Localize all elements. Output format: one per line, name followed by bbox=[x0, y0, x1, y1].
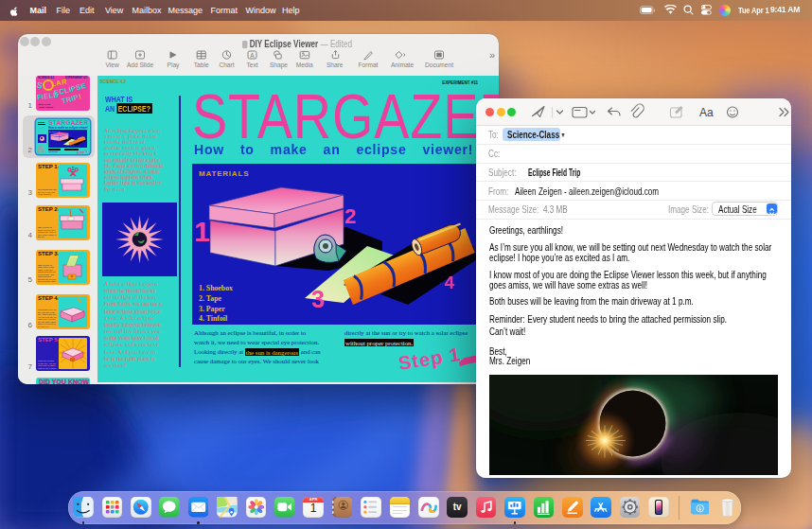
svg-text:Aa: Aa bbox=[699, 106, 714, 119]
svg-text:4: 4 bbox=[445, 273, 455, 292]
svg-text:3: 3 bbox=[311, 286, 325, 312]
svg-text:2: 2 bbox=[344, 204, 356, 228]
svg-text:A: A bbox=[250, 52, 255, 59]
svg-text:1: 1 bbox=[194, 216, 210, 247]
